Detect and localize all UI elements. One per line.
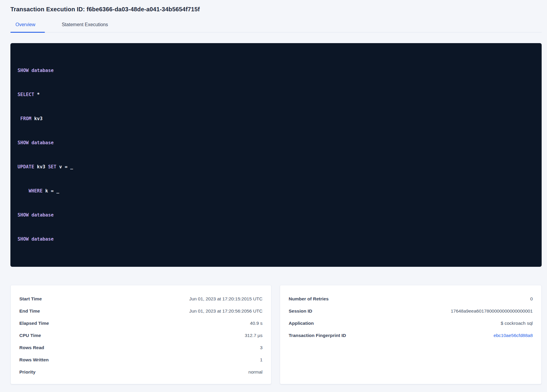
summary-row-end-time: End TimeJun 01, 2023 at 17:20:56:2056 UT… [19,305,263,317]
summary-row-elapsed-time: Elapsed Time40.9 s [19,317,263,329]
sql-line: SHOW database [18,211,535,219]
summary-cards-row: Start TimeJun 01, 2023 at 17:20:15:2015 … [10,285,542,384]
sql-line: SHOW database [18,235,535,243]
tab-bar: Overview Statement Executions [10,22,542,32]
summary-row-retries: Number of Retries0 [289,293,533,305]
summary-row-cpu-time: CPU Time312.7 µs [19,329,263,341]
timing-summary-card: Start TimeJun 01, 2023 at 17:20:15:2015 … [10,285,271,384]
summary-row-rows-written: Rows Written1 [19,354,263,366]
summary-row-transaction-fingerprint: Transaction Fingerprint IDebc10ae56cfd88… [289,329,533,341]
summary-row-session-id: Session ID17648a9eea60178000000000000000… [289,305,533,317]
transaction-fingerprint-link[interactable]: ebc10ae56cfd88a8 [493,332,533,339]
sql-line: SHOW database [18,67,535,75]
sql-line: SHOW database [18,139,535,147]
summary-row-application: Application$ cockroach sql [289,317,533,329]
page-title: Transaction Execution ID: f6be6366-da03-… [10,6,542,13]
tab-statement-executions[interactable]: Statement Executions [62,22,108,32]
tab-overview[interactable]: Overview [10,22,45,32]
summary-row-start-time: Start TimeJun 01, 2023 at 17:20:15:2015 … [19,293,263,305]
transaction-execution-page: Transaction Execution ID: f6be6366-da03-… [0,0,547,392]
sql-line: SELECT * [18,91,535,99]
sql-line: WHERE k = _ [18,187,535,195]
sql-statements-box: SHOW database SELECT * FROM kv3 SHOW dat… [10,43,542,267]
sql-line: FROM kv3 [18,115,535,123]
summary-row-rows-read: Rows Read3 [19,341,263,354]
sql-line: UPDATE kv3 SET v = _ [18,163,535,171]
summary-row-priority: Prioritynormal [19,366,263,378]
session-summary-card: Number of Retries0 Session ID17648a9eea6… [280,285,542,384]
